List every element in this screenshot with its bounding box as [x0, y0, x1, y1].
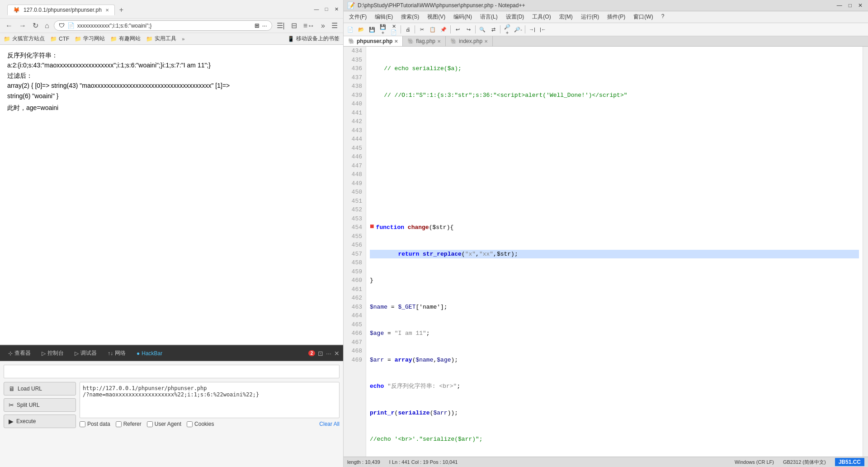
menu-search[interactable]: 搜索(S): [397, 12, 423, 22]
back-button[interactable]: ←: [4, 21, 14, 31]
tab-close-icon[interactable]: ✕: [437, 39, 441, 44]
cookies-option[interactable]: Cookies: [187, 421, 214, 427]
bookmark-study[interactable]: 📁 学习网站: [75, 35, 105, 43]
toolbar-copy[interactable]: 📋: [428, 24, 438, 34]
clear-all-button[interactable]: Clear All: [319, 421, 340, 427]
execute-button[interactable]: ▶ Execute: [4, 415, 76, 428]
split-url-button[interactable]: ✂ Split URL: [4, 398, 76, 412]
close-button[interactable]: ✕: [333, 6, 340, 12]
toolbar-separator-1: [401, 25, 401, 33]
devtools-tab-network[interactable]: ↑↓ 网络: [103, 348, 130, 359]
toolbar-open[interactable]: 📂: [356, 24, 366, 34]
home-button[interactable]: ⌂: [43, 21, 51, 31]
bookmark-official[interactable]: 📁 火狐官方站点: [4, 35, 45, 43]
menu-run[interactable]: 运行(R): [577, 12, 603, 22]
forward-button[interactable]: →: [17, 21, 28, 31]
url-bar[interactable]: 🛡 📄 xxxxxxxxxxxx";i:1;s:6:"woaini";} ⊞ ·…: [54, 20, 272, 31]
file-tab-index[interactable]: 🐘 index.php ✕: [446, 36, 493, 46]
bookmark-mobile[interactable]: 📱 移动设备上的书签: [288, 35, 340, 43]
toolbar-find[interactable]: 🔍: [477, 24, 487, 34]
user-agent-checkbox[interactable]: [147, 421, 153, 427]
menu-tools[interactable]: 工具(O): [528, 12, 554, 22]
menu-button[interactable]: ☰: [330, 20, 340, 31]
menu-plugins[interactable]: 插件(P): [604, 12, 629, 22]
tab-list-button[interactable]: ≡↔: [302, 21, 316, 31]
hackbar-top-input[interactable]: [4, 365, 340, 378]
notepad-app-icon: 📝: [347, 2, 355, 9]
menu-macro[interactable]: 宏(M): [556, 12, 576, 22]
notepad-close-button[interactable]: ✕: [856, 2, 864, 9]
devtools-tab-hackbar[interactable]: ● HackBar: [132, 348, 167, 358]
toolbar-print[interactable]: 🖨: [403, 24, 413, 34]
code-content[interactable]: // echo serialize($a); // //O:1:"S":1:{s…: [366, 47, 863, 457]
status-line-endings: Windows (CR LF): [735, 459, 774, 465]
bookmark-fun[interactable]: 📁 有趣网站: [110, 35, 141, 43]
toolbar-zoom-in[interactable]: 🔎+: [502, 24, 512, 34]
hackbar-url-input[interactable]: http://127.0.0.1/phpunser/phpunser.php /…: [80, 382, 340, 418]
toolbar-replace[interactable]: ⇄: [488, 24, 498, 34]
tab-close-icon[interactable]: ✕: [394, 39, 398, 44]
tab-bar: 🦊 127.0.0.1/phpunser/phpunser.ph ✕ +: [4, 3, 310, 15]
menu-view[interactable]: 视图(V): [424, 12, 449, 22]
devtools-close-button[interactable]: ✕: [334, 350, 340, 357]
devtools-dock-button[interactable]: ⊡: [318, 350, 323, 357]
notepad-window-controls: — □ ✕: [835, 2, 864, 9]
tab-grid-button[interactable]: ⊟: [289, 20, 299, 31]
load-url-button[interactable]: 🖥 Load URL: [4, 382, 76, 396]
load-icon: 🖥: [9, 385, 15, 392]
menu-encoding[interactable]: 编码(N): [450, 12, 476, 22]
referer-checkbox[interactable]: [116, 421, 122, 427]
user-agent-option[interactable]: User Agent: [147, 421, 181, 427]
file-tab-phpunser[interactable]: 🐘 phpunser.php ✕: [344, 36, 403, 46]
content-line-5: 此时，age=woaini: [7, 103, 336, 113]
menu-help[interactable]: ?: [658, 12, 668, 22]
menu-file[interactable]: 文件(F): [345, 12, 370, 22]
devtools-more-button[interactable]: ···: [326, 350, 331, 357]
post-data-option[interactable]: Post data: [80, 421, 110, 427]
toolbar-close[interactable]: ✕📄: [389, 24, 399, 34]
toolbar-undo[interactable]: ↩: [453, 24, 462, 34]
tab-close-icon[interactable]: ✕: [484, 39, 488, 44]
cookies-checkbox[interactable]: [187, 421, 193, 427]
toolbar-separator-5: [500, 25, 500, 33]
devtools-tab-console[interactable]: ▷ 控制台: [37, 348, 68, 359]
toolbar-cut[interactable]: ✂: [417, 24, 427, 34]
file-tab-flag[interactable]: 🐘 flag.php ✕: [403, 36, 446, 46]
bookmark-tools[interactable]: 📁 实用工具: [146, 35, 176, 43]
toolbar-redo[interactable]: ↪: [463, 24, 473, 34]
line-num: 436: [347, 64, 362, 73]
tab-close-icon[interactable]: ✕: [105, 8, 109, 13]
maximize-button[interactable]: □: [323, 6, 330, 12]
referer-option[interactable]: Referer: [116, 421, 142, 427]
toolbar-unindent[interactable]: |←: [538, 24, 548, 34]
bookmarks-expand-button[interactable]: »: [182, 36, 184, 42]
vertical-scrollbar[interactable]: [863, 47, 868, 457]
toolbar-paste[interactable]: 📌: [439, 24, 448, 34]
folder-icon: 📁: [4, 36, 10, 42]
menu-settings[interactable]: 设置(D): [502, 12, 528, 22]
minimize-button[interactable]: —: [313, 6, 320, 12]
status-line-col: I Ln : 441 Col : 19 Pos : 10,041: [389, 459, 458, 465]
php-icon: 🐘: [348, 38, 355, 44]
toolbar-indent[interactable]: →|: [527, 24, 537, 34]
qr-icon[interactable]: ⊞: [255, 22, 259, 29]
menu-window[interactable]: 窗口(W): [630, 12, 656, 22]
post-data-checkbox[interactable]: [80, 421, 85, 427]
toolbar-save[interactable]: 💾: [367, 24, 377, 34]
bookmark-ctf[interactable]: 📁 CTF: [50, 36, 69, 42]
new-tab-button[interactable]: +: [117, 5, 126, 15]
menu-language[interactable]: 语言(L): [476, 12, 501, 22]
notepad-maximize-button[interactable]: □: [847, 2, 854, 9]
notepad-minimize-button[interactable]: —: [835, 2, 844, 9]
reload-button[interactable]: ↻: [31, 20, 40, 31]
browser-tab-active[interactable]: 🦊 127.0.0.1/phpunser/phpunser.ph ✕: [7, 5, 115, 15]
sidebar-expand-button[interactable]: »: [319, 21, 327, 31]
devtools-tab-inspector[interactable]: ⊹ 查看器: [4, 348, 35, 359]
toolbar-save-all[interactable]: 💾+: [378, 24, 388, 34]
menu-edit[interactable]: 编辑(E): [371, 12, 396, 22]
collections-button[interactable]: ☰|: [275, 20, 287, 31]
devtools-tab-debugger[interactable]: ▷ 调试器: [70, 348, 101, 359]
toolbar-zoom-out[interactable]: 🔎-: [513, 24, 523, 34]
toolbar-new[interactable]: 📄: [345, 24, 355, 34]
more-options-icon[interactable]: ···: [262, 22, 267, 29]
